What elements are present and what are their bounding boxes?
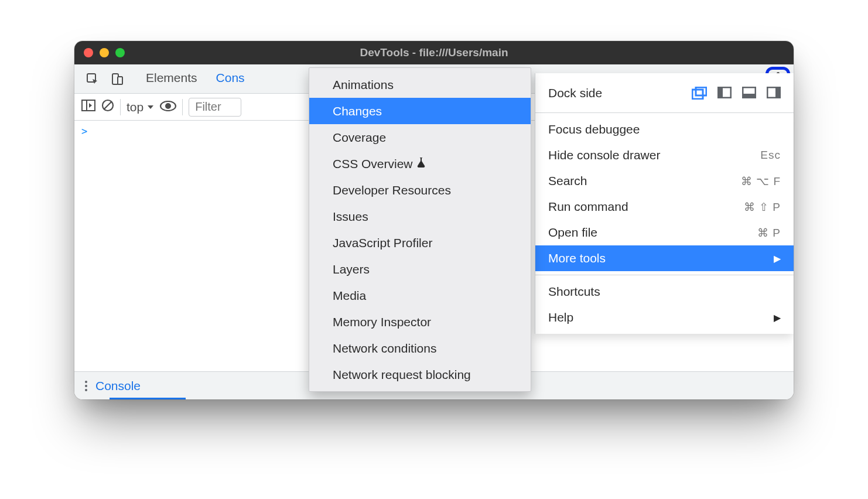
submenu-item-label: Memory Inspector xyxy=(333,315,431,329)
submenu-item[interactable]: Memory Inspector xyxy=(309,309,531,335)
window-zoom-button[interactable] xyxy=(115,48,125,57)
menu-item-label: Focus debuggee xyxy=(548,122,640,136)
menu-item-label: Search xyxy=(548,174,587,188)
submenu-arrow-icon: ▶ xyxy=(774,312,781,323)
submenu-item[interactable]: Coverage xyxy=(309,124,531,151)
window-close-button[interactable] xyxy=(84,48,93,57)
menu-item-more-tools[interactable]: More tools ▶ xyxy=(535,245,794,271)
svg-rect-14 xyxy=(718,87,723,98)
submenu-item[interactable]: Layers xyxy=(309,256,531,282)
tab-console[interactable]: Cons xyxy=(207,64,248,93)
menu-item-label: Run command xyxy=(548,200,628,214)
submenu-item-label: Media xyxy=(333,289,366,303)
submenu-item[interactable]: Issues xyxy=(309,203,531,230)
svg-rect-2 xyxy=(118,77,122,84)
menu-item-label: More tools xyxy=(548,251,606,265)
svg-rect-16 xyxy=(743,94,756,98)
menu-shortcut: ⌘ P xyxy=(757,226,781,240)
menu-item-shortcuts[interactable]: Shortcuts xyxy=(535,279,794,305)
live-expression-icon[interactable] xyxy=(160,100,176,114)
context-label: top xyxy=(127,100,143,114)
chevron-down-icon xyxy=(147,104,154,111)
menu-item-search[interactable]: Search ⌘ ⌥ F xyxy=(535,168,794,194)
submenu-item[interactable]: CSS Overview xyxy=(309,151,531,177)
submenu-item[interactable]: Media xyxy=(309,282,531,309)
submenu-item-label: Layers xyxy=(333,262,370,276)
drawer-tab-console[interactable]: Console xyxy=(74,372,151,399)
menu-shortcut: ⌘ ⇧ P xyxy=(744,200,781,214)
filter-input[interactable] xyxy=(189,98,241,117)
submenu-item-label: Network conditions xyxy=(333,341,436,356)
experimental-flask-icon xyxy=(416,157,426,170)
submenu-item[interactable]: Network conditions xyxy=(309,335,531,361)
separator xyxy=(120,99,121,115)
svg-marker-8 xyxy=(148,105,153,109)
menu-item-label: Open file xyxy=(548,225,597,240)
titlebar: DevTools - file:///Users/main xyxy=(74,41,794,64)
menu-item-hide-console-drawer[interactable]: Hide console drawer Esc xyxy=(535,142,794,168)
menu-item-open-file[interactable]: Open file ⌘ P xyxy=(535,220,794,245)
svg-rect-11 xyxy=(692,90,703,99)
submenu-item[interactable]: Network request blocking xyxy=(309,361,531,388)
menu-item-run-command[interactable]: Run command ⌘ ⇧ P xyxy=(535,194,794,220)
window-minimize-button[interactable] xyxy=(100,48,109,57)
drawer-tab-label: Console xyxy=(95,379,141,393)
separator xyxy=(182,99,183,115)
more-tools-submenu: AnimationsChangesCoverageCSS OverviewDev… xyxy=(309,67,531,392)
svg-rect-3 xyxy=(82,100,95,111)
submenu-item[interactable]: JavaScript Profiler xyxy=(309,230,531,256)
dock-side-label: Dock side xyxy=(548,86,602,100)
submenu-item[interactable]: Changes xyxy=(309,98,531,124)
svg-rect-18 xyxy=(775,87,780,98)
submenu-item-label: Animations xyxy=(333,78,394,92)
tab-elements[interactable]: Elements xyxy=(136,64,207,93)
device-toolbar-icon[interactable] xyxy=(105,64,129,93)
inspect-element-icon[interactable] xyxy=(80,64,105,93)
svg-line-7 xyxy=(104,102,111,109)
context-selector[interactable]: top xyxy=(127,100,154,114)
menu-item-label: Shortcuts xyxy=(548,285,600,299)
submenu-item-label: Changes xyxy=(333,104,382,118)
submenu-arrow-icon: ▶ xyxy=(774,253,781,264)
submenu-item[interactable]: Developer Resources xyxy=(309,177,531,203)
svg-rect-12 xyxy=(696,87,706,95)
dock-bottom-icon[interactable] xyxy=(742,87,756,100)
menu-item-label: Hide console drawer xyxy=(548,148,660,162)
menu-shortcut: ⌘ ⌥ F xyxy=(741,175,781,188)
submenu-item-label: Issues xyxy=(333,210,368,224)
svg-marker-5 xyxy=(89,103,92,108)
dock-right-icon[interactable] xyxy=(767,87,781,100)
submenu-item-label: JavaScript Profiler xyxy=(333,236,432,250)
dock-undock-icon[interactable] xyxy=(692,87,707,100)
dock-left-icon[interactable] xyxy=(717,87,732,100)
console-sidebar-toggle-icon[interactable] xyxy=(81,100,95,114)
submenu-item-label: Network request blocking xyxy=(333,368,471,382)
submenu-item-label: CSS Overview xyxy=(333,157,413,171)
more-options-menu: Dock side Focus debuggee xyxy=(535,73,794,334)
devtools-window: DevTools - file:///Users/main Elements C… xyxy=(74,41,794,399)
submenu-item-label: Developer Resources xyxy=(333,183,451,197)
traffic-lights xyxy=(74,48,125,57)
drawer-active-indicator xyxy=(110,398,186,399)
menu-item-focus-debuggee[interactable]: Focus debuggee xyxy=(535,117,794,142)
window-title: DevTools - file:///Users/main xyxy=(74,46,794,59)
clear-console-icon[interactable] xyxy=(101,99,114,115)
kebab-icon[interactable] xyxy=(85,381,87,391)
submenu-item[interactable]: Animations xyxy=(309,71,531,98)
dock-side-row: Dock side xyxy=(535,73,794,113)
submenu-item-label: Coverage xyxy=(333,131,386,145)
menu-item-label: Help xyxy=(548,310,573,324)
menu-shortcut: Esc xyxy=(760,149,781,162)
svg-point-10 xyxy=(165,103,171,109)
menu-item-help[interactable]: Help ▶ xyxy=(535,305,794,330)
